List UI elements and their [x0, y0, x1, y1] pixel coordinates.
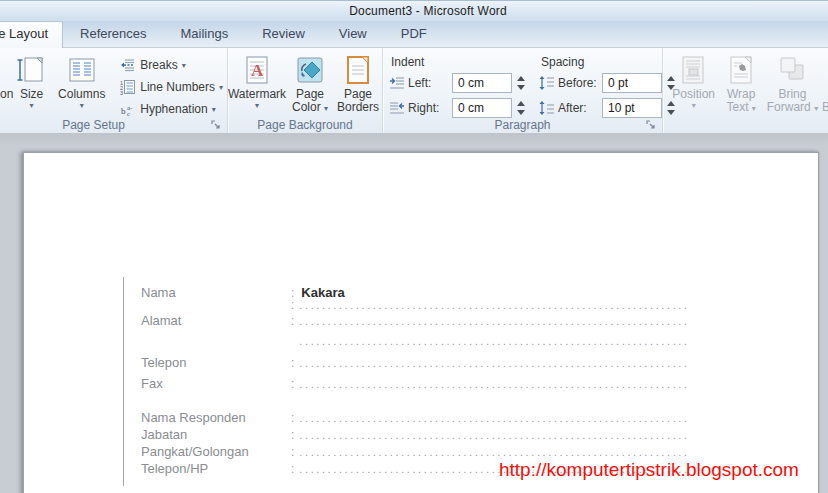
page-borders-icon: [342, 54, 374, 86]
dotted-line: ........................................…: [299, 429, 689, 441]
line-numbers-label: Line Numbers: [140, 80, 215, 94]
line-numbers-button[interactable]: 1 2 3 Line Numbers ▾: [116, 76, 227, 98]
indent-right-input[interactable]: 0 cm: [452, 98, 512, 118]
indent-right-icon: [389, 100, 405, 116]
page-borders-button[interactable]: Page Borders: [334, 52, 382, 116]
columns-icon: [66, 54, 98, 86]
breaks-icon: [120, 57, 136, 73]
chevron-down-icon: ▾: [814, 104, 818, 113]
spin-up-icon[interactable]: [517, 76, 525, 81]
position-label: Position: [672, 88, 715, 101]
paragraph-dialog-launcher[interactable]: [645, 119, 657, 131]
wrap-text-button[interactable]: Wrap Text ▾: [718, 52, 764, 116]
group-arrange: Position ▾ Wrap Text ▾: [663, 48, 828, 134]
colon: :: [291, 462, 294, 476]
line-numbers-icon: 1 2 3: [120, 79, 136, 95]
form-section-gap: [141, 397, 689, 410]
group-page-background: A Watermark ▾ Page Color ▾: [228, 48, 383, 134]
bring-forward-label-line2: Forward ▾: [767, 101, 818, 114]
tab-mailings[interactable]: Mailings: [164, 22, 246, 47]
chevron-down-icon: ▾: [752, 104, 756, 113]
chevron-down-icon: ▾: [219, 83, 223, 92]
tab-view[interactable]: View: [322, 22, 384, 47]
size-label: Size: [20, 88, 43, 101]
chevron-down-icon: ▾: [80, 102, 84, 110]
field-label: Nama Responden: [141, 410, 291, 425]
indent-left-spin-buttons[interactable]: [512, 73, 527, 93]
page-color-icon: [294, 54, 326, 86]
document-page[interactable]: Nama : Kakara : ........................…: [23, 152, 819, 493]
dotted-line: ........................................…: [299, 446, 689, 458]
spacing-header: Spacing: [541, 55, 677, 69]
svg-text:A: A: [251, 61, 264, 80]
field-label: Telepon: [141, 355, 291, 370]
group-paragraph: Indent Left: 0 cm: [383, 48, 663, 134]
field-label: Jabatan: [141, 427, 291, 442]
indent-header: Indent: [391, 55, 527, 69]
wrap-text-label-line2: Text ▾: [727, 101, 756, 114]
orientation-button[interactable]: Orientation ▾: [0, 52, 8, 112]
chevron-down-icon: ▾: [324, 104, 328, 113]
indent-left-input[interactable]: 0 cm: [452, 73, 512, 93]
colon: :: [291, 428, 294, 442]
colon: :: [291, 356, 294, 370]
send-backward-button[interactable]: Send Backward ▾: [821, 52, 828, 116]
form-row-fax: Fax : ..................................…: [141, 376, 689, 397]
page-color-button[interactable]: Page Color ▾: [286, 52, 334, 116]
field-label: Fax: [141, 376, 291, 391]
spacing-before-icon: [539, 75, 555, 91]
svg-text:3: 3: [120, 90, 123, 95]
spacing-after-input[interactable]: 10 pt: [602, 98, 662, 118]
spin-down-icon[interactable]: [517, 110, 525, 115]
nama-value[interactable]: Kakara: [301, 285, 344, 300]
svg-text:b: b: [121, 106, 126, 116]
columns-button[interactable]: Columns ▾: [55, 52, 108, 112]
chevron-down-icon: ▾: [212, 105, 216, 114]
watermark-label: Watermark: [228, 88, 286, 101]
form-row-alamat: Alamat : ...............................…: [141, 313, 689, 334]
hyphenation-label: Hyphenation: [140, 102, 207, 116]
dotted-line: ........................................…: [299, 357, 689, 369]
colon: :: [291, 377, 294, 391]
spacing-before-input[interactable]: 0 pt: [602, 73, 662, 93]
position-icon: [678, 54, 710, 86]
ribbon: Orientation ▾ Size ▾: [0, 48, 828, 135]
title-bar: Document3 - Microsoft Word: [0, 0, 828, 21]
page-background-group-label: Page Background: [228, 118, 382, 132]
dotted-line: ........................................…: [299, 299, 689, 311]
position-button[interactable]: Position ▾: [669, 52, 718, 112]
page-borders-label-line2: Borders: [337, 101, 379, 114]
colon: :: [291, 298, 294, 312]
spacing-after-label: After:: [558, 101, 602, 115]
spacing-before-label: Before:: [558, 76, 602, 90]
indent-right-spin-buttons[interactable]: [512, 98, 527, 118]
colon: :: [291, 411, 294, 425]
tab-references[interactable]: References: [63, 22, 163, 47]
dotted-line: ........................................…: [299, 378, 689, 390]
form-row-alamat-cont: : ......................................…: [141, 334, 689, 355]
form-row-nama-responden: Nama Responden : .......................…: [141, 410, 689, 427]
tab-page-layout[interactable]: Page Layout: [0, 21, 63, 48]
spin-down-icon[interactable]: [517, 85, 525, 90]
size-button[interactable]: Size ▾: [8, 52, 55, 112]
spin-up-icon[interactable]: [517, 101, 525, 106]
breaks-label: Breaks: [140, 58, 177, 72]
dotted-line: ........................................…: [299, 412, 689, 424]
bring-forward-button[interactable]: Bring Forward ▾: [764, 52, 821, 116]
indent-right-spinner: 0 cm: [452, 98, 527, 118]
indent-left-spinner: 0 cm: [452, 73, 527, 93]
page-setup-group-label: Page Setup: [0, 118, 227, 132]
page-setup-dialog-launcher[interactable]: [210, 119, 222, 131]
bring-forward-icon: [776, 54, 808, 86]
chevron-down-icon: ▾: [182, 61, 186, 70]
breaks-button[interactable]: Breaks ▾: [116, 54, 227, 76]
field-label: Telepon/HP: [141, 461, 291, 476]
indent-left-icon: [389, 75, 405, 91]
chevron-down-icon: ▾: [30, 102, 34, 110]
watermark-button[interactable]: A Watermark ▾: [228, 52, 286, 112]
spacing-after-icon: [539, 100, 555, 116]
svg-text:c: c: [127, 110, 130, 117]
hyphenation-button[interactable]: b a- c Hyphenation ▾: [116, 98, 227, 120]
tab-review[interactable]: Review: [245, 22, 322, 47]
tab-pdf[interactable]: PDF: [384, 22, 444, 47]
